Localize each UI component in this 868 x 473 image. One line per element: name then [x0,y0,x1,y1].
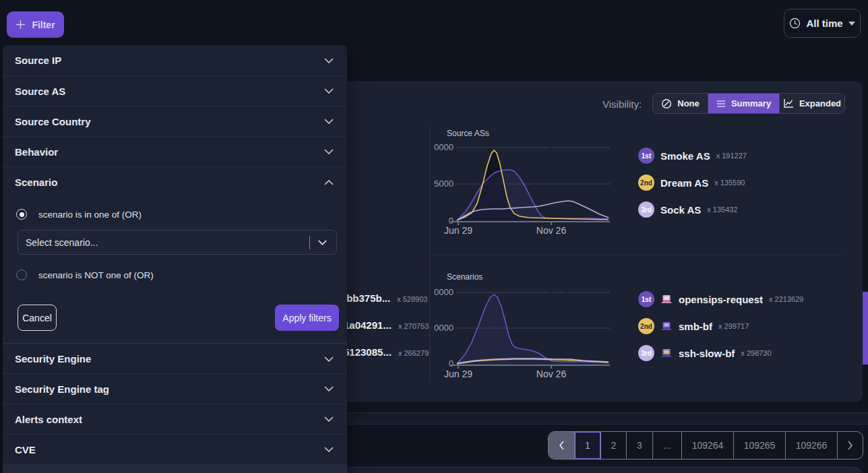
visibility-summary-label: Summary [731,98,771,108]
laptop-icon-pink [660,294,673,305]
slash-circle-icon [661,98,672,109]
source-ass-chart: Source ASs 0000 5000 0 Jun 29 Nov 26 [429,125,615,241]
rank-name: Sock AS [660,204,701,216]
rank-count: x 2213629 [769,295,803,303]
table-footer-band [348,413,868,424]
rank-name: smb-bf [679,321,712,332]
laptop-icon-indigo [660,348,673,358]
rank-name: Smoke AS [660,150,710,162]
visibility-none-button[interactable]: None [653,94,708,113]
rank-item-partial[interactable]: lbb375b... x 528903 [344,292,427,304]
visibility-summary-button[interactable]: Summary [708,94,779,113]
section-label: Security Engine tag [15,383,109,395]
chevron-down-icon [324,386,334,391]
rank-item-partial[interactable]: 1a04291... x 270753 [344,319,429,331]
chart-title: Scenarios [447,272,483,282]
scenario-section-body: scenario is in one of (OR) Select scenar… [3,197,347,344]
rank-count: x 528903 [397,295,427,303]
plus-icon [16,20,26,30]
laptop-icon-purple [660,321,673,332]
x-tick: Jun 29 [438,225,478,236]
filter-section-security-engine-tag[interactable]: Security Engine tag [3,374,347,404]
rank-count: x 270753 [398,322,429,330]
pagination: 1 2 3 ... 109264 109265 109266 [548,431,863,460]
time-range-label: All time [806,18,842,29]
rank-item[interactable]: 1st Smoke AS x 191227 [638,147,747,164]
pagination-next-button[interactable] [837,432,863,459]
caret-down-icon [848,22,855,26]
section-label: Source IP [15,55,61,66]
rank-item[interactable]: 2nd Dream AS x 135590 [638,174,745,191]
filter-section-scenario[interactable]: Scenario [3,167,347,197]
scenario-select[interactable]: Select scenario... [18,230,337,255]
rank-name: 1a04291... [344,319,392,331]
pagination-page-109264[interactable]: 109264 [681,432,733,459]
pagination-page-1[interactable]: 1 [574,432,600,459]
rank-item[interactable]: 3rd Sock AS x 135432 [638,201,738,218]
rank-badge-1st: 1st [638,291,654,307]
rank-name: opensips-request [679,294,763,305]
divider [348,424,868,424]
line-chart-plot [435,141,610,222]
filter-section-source-country[interactable]: Source Country [3,106,347,137]
rank-name: lbb375b... [344,292,390,304]
filter-section-alerts-context[interactable]: Alerts context [3,404,347,435]
rank-badge-3rd: 3rd [638,345,654,361]
rank-count: x 299717 [718,322,749,330]
add-filter-button[interactable]: Filter [7,11,64,38]
pagination-ellipsis: ... [652,432,681,459]
x-tick: Nov 26 [531,225,571,236]
radio-unselected-icon[interactable] [16,270,27,280]
section-label: Source Country [15,116,91,127]
rank-badge-2nd: 2nd [638,175,654,191]
visibility-expanded-button[interactable]: Expanded [779,94,844,113]
pagination-page-3[interactable]: 3 [626,432,652,459]
filter-section-security-engine[interactable]: Security Engine [3,344,347,374]
clock-icon [789,18,801,29]
time-range-dropdown[interactable]: All time [784,9,861,38]
visibility-label: Visibility: [602,98,642,110]
radio-selected-icon[interactable] [16,209,27,220]
list-icon [716,100,726,108]
rank-count: x 266279 [398,349,429,357]
scenario-in-radio[interactable]: scenario is in one of (OR) [16,209,142,220]
filter-section-source-as[interactable]: Source AS [3,76,347,106]
section-label: Source AS [15,86,65,97]
next-section-peek [3,464,347,473]
filter-section-behavior[interactable]: Behavior [3,137,347,167]
section-label: Alerts context [15,414,82,425]
pagination-page-109266[interactable]: 109266 [785,432,837,459]
pagination-page-109265[interactable]: 109265 [733,432,785,459]
line-chart-plot [435,285,610,365]
chevron-right-icon [847,441,853,450]
rank-item-partial[interactable]: 5123085... x 266279 [344,346,429,358]
chevron-down-icon [324,416,334,422]
rank-item[interactable]: 2nd smb-bf x 299717 [638,317,749,335]
filter-section-source-ip[interactable]: Source IP [3,45,347,76]
filter-section-cve[interactable]: CVE [3,435,347,465]
rank-badge-2nd: 2nd [638,318,654,334]
x-tick: Jun 29 [438,369,478,379]
filter-panel: Source IP Source AS Source Country Behav… [3,45,347,473]
rank-item[interactable]: 3rd ssh-slow-bf x 298730 [638,344,772,362]
apply-filters-button[interactable]: Apply filters [275,305,339,331]
chevron-down-icon [318,240,327,245]
scenario-not-radio[interactable]: scenario is NOT one of (OR) [16,270,154,280]
chevron-down-icon [324,119,334,124]
section-label: Behavior [15,146,58,158]
cancel-button[interactable]: Cancel [18,305,57,331]
section-label: Security Engine [15,353,91,365]
pagination-page-2[interactable]: 2 [600,432,626,459]
radio-label: scenario is NOT one of (OR) [38,270,154,280]
select-separator [309,236,310,249]
scrollbar-thumb[interactable] [863,292,868,365]
rank-name: Dream AS [660,177,708,189]
visibility-toggle-group: None Summary Expanded [652,93,845,114]
rank-item[interactable]: 1st opensips-request x 2213629 [638,290,803,308]
chevron-down-icon [324,149,334,154]
pagination-prev-button[interactable] [549,432,574,459]
next-card-edge [342,467,862,473]
rank-name: 5123085... [344,346,392,358]
select-placeholder: Select scenario... [18,237,309,248]
chevron-left-icon [559,441,565,450]
